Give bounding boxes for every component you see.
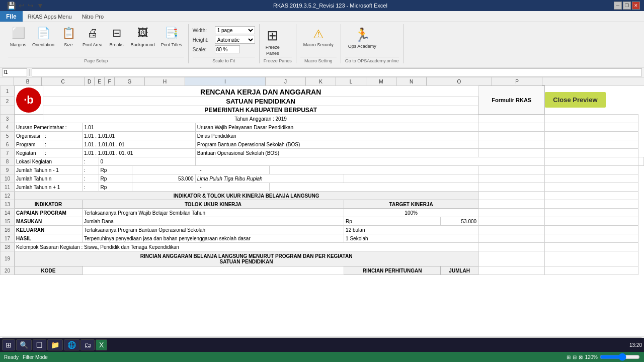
jumlah-n1-label: Jumlah Tahun n - 1 (15, 166, 83, 174)
scale-label: Scale: (193, 47, 213, 52)
view-normal-icon[interactable]: ⊞ (567, 354, 571, 360)
task-view-button[interactable]: ❏ (33, 339, 46, 350)
col-header-j[interactable]: J (266, 77, 306, 85)
name-box[interactable] (2, 68, 27, 76)
table-row: 20 KODE RINCIAN PERHITUNGAN JUMLAH (1, 266, 644, 275)
jumlah-n1plus-rp: Rp (99, 183, 132, 192)
col-header-d[interactable]: D (85, 77, 95, 85)
file-menu-button[interactable]: File (0, 11, 23, 22)
table-row: 1 ·b RENCANA KERJA DAN ANGGARAN Formulir… (1, 86, 644, 97)
taskbar-time: 13:20 (629, 342, 642, 348)
height-select[interactable]: Automatic (215, 36, 255, 44)
close-preview-button[interactable]: Close Preview (545, 92, 605, 108)
quick-access-toolbar: 💾 ↩ ↪ ▼ (4, 2, 47, 10)
minimize-button[interactable]: ─ (614, 2, 622, 10)
height-row: Height: Automatic (193, 36, 255, 44)
view-page-icon[interactable]: ⊠ (579, 354, 583, 360)
excel-taskbar-button[interactable]: X (96, 339, 107, 350)
col-header-f[interactable]: F (105, 77, 115, 85)
browser-button[interactable]: 🌐 (64, 339, 79, 350)
size-button[interactable]: 📋 Size (58, 24, 78, 48)
table-row: 18 Kelompok Sasaran Kegiatan : Siswa, Pe… (1, 243, 644, 251)
lokasi-label: Lokasi Kegiatan (15, 157, 83, 166)
margins-icon: ⬜ (10, 25, 26, 41)
col-header-o[interactable]: O (427, 77, 492, 85)
col-header-k[interactable]: K (306, 77, 336, 85)
jumlah-n-label: Jumlah Tahun n (15, 174, 83, 183)
col-header-l[interactable]: L (336, 77, 366, 85)
table-row: 15 MASUKAN Jumlah Dana Rp 53.000 (1, 217, 644, 226)
spreadsheet-container: B C D E F G H I J K L M N O P 1 ·b RENCA… (0, 77, 644, 342)
col-header-m[interactable]: M (366, 77, 396, 85)
col-header-h[interactable]: H (145, 77, 185, 85)
urusan-desc-cell: Urusan Wajib Pelayanan Dasar Pendidikan (195, 123, 478, 132)
table-row: 5 Organisasi : 1.01 . 1.01.01 Dinas Pend… (1, 132, 644, 140)
row-num-1: 1 (1, 86, 15, 97)
freeze-panes-button[interactable]: ⊞ Freeze Panes (264, 26, 282, 57)
col-header-e[interactable]: E (95, 77, 105, 85)
urusan-value-cell: 1.01 (82, 123, 195, 132)
rincian-perhitungan-empty (82, 266, 344, 275)
file-explorer-button[interactable]: 📁 (47, 339, 63, 350)
customize-icon[interactable]: ▼ (36, 2, 45, 10)
col-header-b[interactable]: B (14, 77, 42, 85)
table-row: 8 Lokasi Kegiatan : 0 (1, 157, 644, 166)
save-icon[interactable]: 💾 (6, 2, 17, 10)
nitro-pro-menu-item[interactable]: Nitro Pro (77, 11, 109, 22)
orientation-icon: 📄 (35, 25, 51, 41)
orientation-button[interactable]: 📄 Orientation (30, 24, 56, 48)
ops-academy-group: 🏃 Ops Academy Go to OPSAcademy.online (341, 24, 404, 63)
jumlah-n1-rp: Rp (99, 166, 132, 174)
col-header-g[interactable]: G (115, 77, 145, 85)
row-num-12: 12 (1, 192, 15, 200)
background-button[interactable]: 🖼 Background (129, 24, 157, 48)
print-titles-button[interactable]: 📑 Print Titles (159, 24, 184, 48)
size-icon: 📋 (60, 25, 76, 41)
jumlah-n-words: Lima Puluh Tiga Ribu Rupiah (195, 174, 344, 183)
view-layout-icon[interactable]: ⊟ (573, 354, 577, 360)
jumlah-header: JUMLAH (441, 266, 478, 275)
kegiatan-desc: Bantuan Operasional Sekolah (BOS) (195, 149, 478, 157)
margins-button[interactable]: ⬜ Margins (8, 24, 28, 48)
col-header-c[interactable]: C (42, 77, 85, 85)
freeze-panes-group: ⊞ Freeze Panes Freeze Panes (260, 24, 296, 63)
redo-icon[interactable]: ↪ (27, 2, 35, 10)
rkas-apps-menu-item[interactable]: RKAS Apps Menu (23, 11, 77, 22)
col-target: TARGET KINERJA (344, 200, 478, 209)
organisasi-value: 1.01 . 1.01.01 (82, 132, 195, 140)
title-bar-controls: ─ ❐ ✕ (614, 2, 640, 10)
macro-security-group: ⚠ Macro Security Macro Setting (296, 24, 341, 63)
row-num-9: 9 (1, 166, 15, 174)
print-area-button[interactable]: 🖨 Print Area (80, 24, 105, 48)
col-header-i[interactable]: I (185, 77, 266, 85)
table-row: 12 INDIKATOR & TOLOK UKUR KINERJA BELANJ… (1, 192, 644, 200)
masukan-value: 53.000 (441, 217, 478, 226)
ops-academy-button[interactable]: 🏃 Ops Academy (345, 26, 379, 50)
table-row: 3 Tahun Anggaran : 2019 (1, 115, 644, 123)
breaks-label: Breaks (110, 42, 124, 47)
keluaran-target: 12 bulan (344, 226, 478, 234)
macro-security-button[interactable]: ⚠ Macro Security (300, 26, 337, 48)
kode-header: KODE (15, 266, 83, 275)
freeze-panes-label: Freeze (266, 45, 280, 50)
row-num-11: 11 (1, 183, 15, 192)
search-taskbar-button[interactable]: 🔍 (16, 339, 32, 350)
folder-button[interactable]: 🗂 (80, 339, 95, 350)
restore-button[interactable]: ❐ (623, 2, 631, 10)
row-num-19: 19 (1, 251, 15, 266)
close-button[interactable]: ✕ (632, 2, 640, 10)
capaian-target: 100% (344, 209, 478, 217)
rincian-header: RINCIAN PERHITUNGAN (344, 266, 440, 275)
formula-input[interactable] (32, 68, 642, 76)
breaks-button[interactable]: ⊟ Breaks (107, 24, 127, 48)
scale-to-fit-group: Width: 1 page Height: Automatic Scale: S… (189, 24, 260, 63)
col-header-p[interactable]: P (492, 77, 542, 85)
width-select[interactable]: 1 page (215, 26, 255, 34)
scale-input[interactable] (215, 45, 240, 53)
zoom-slider[interactable] (600, 354, 640, 359)
start-button[interactable]: ⊞ (2, 339, 15, 350)
col-header-n[interactable]: N (396, 77, 427, 85)
table-row: 19 RINCIAN ANGGARAN BELANJA LANGSUNG MEN… (1, 251, 644, 266)
row-num-16: 16 (1, 226, 15, 234)
undo-icon[interactable]: ↩ (18, 2, 26, 10)
